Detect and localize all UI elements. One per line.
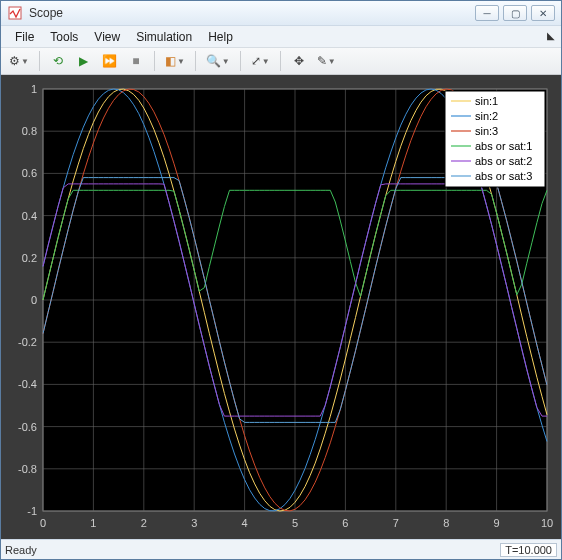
measure-icon: ✥ <box>294 54 304 68</box>
svg-text:abs or sat:1: abs or sat:1 <box>475 140 532 152</box>
svg-text:-1: -1 <box>27 505 37 517</box>
trigger-icon: ◧ <box>165 54 176 68</box>
svg-text:-0.4: -0.4 <box>18 379 37 391</box>
svg-text:0: 0 <box>31 294 37 306</box>
undock-icon[interactable]: ◣ <box>547 30 555 41</box>
svg-text:abs or sat:2: abs or sat:2 <box>475 155 532 167</box>
sim-time: T=10.000 <box>500 543 557 557</box>
stop-icon: ■ <box>132 54 139 68</box>
svg-text:4: 4 <box>242 517 248 529</box>
svg-text:7: 7 <box>393 517 399 529</box>
statusbar: Ready T=10.000 <box>1 539 561 559</box>
step-back-button[interactable]: ⟲ <box>46 50 70 72</box>
svg-text:sin:3: sin:3 <box>475 125 498 137</box>
separator <box>154 51 155 71</box>
measure-button[interactable]: ✥ <box>287 50 311 72</box>
close-button[interactable]: ✕ <box>531 5 555 21</box>
menu-view[interactable]: View <box>86 27 128 47</box>
svg-text:-0.2: -0.2 <box>18 337 37 349</box>
menubar: File Tools View Simulation Help ◣ <box>1 26 561 48</box>
svg-text:-0.8: -0.8 <box>18 463 37 475</box>
svg-text:1: 1 <box>90 517 96 529</box>
svg-text:0.4: 0.4 <box>22 210 37 222</box>
svg-text:8: 8 <box>443 517 449 529</box>
minimize-button[interactable]: ─ <box>475 5 499 21</box>
menu-help[interactable]: Help <box>200 27 241 47</box>
toolbar: ⚙▼ ⟲ ▶ ⏩ ■ ◧▼ 🔍▼ ⤢▼ ✥ ✎▼ <box>1 48 561 75</box>
play-icon: ▶ <box>79 54 88 68</box>
plot-area[interactable]: 012345678910-1-0.8-0.6-0.4-0.200.20.40.6… <box>1 75 561 539</box>
status-text: Ready <box>5 544 500 556</box>
window-controls: ─ ▢ ✕ <box>475 5 555 21</box>
configure-button[interactable]: ⚙▼ <box>5 50 33 72</box>
app-logo-icon <box>7 5 23 21</box>
svg-text:abs or sat:3: abs or sat:3 <box>475 170 532 182</box>
maximize-button[interactable]: ▢ <box>503 5 527 21</box>
svg-text:6: 6 <box>342 517 348 529</box>
svg-text:1: 1 <box>31 83 37 95</box>
titlebar[interactable]: Scope ─ ▢ ✕ <box>1 1 561 26</box>
svg-text:-0.6: -0.6 <box>18 421 37 433</box>
gear-icon: ⚙ <box>9 54 20 68</box>
svg-text:9: 9 <box>494 517 500 529</box>
scope-window: Scope ─ ▢ ✕ File Tools View Simulation H… <box>0 0 562 560</box>
annotate-icon: ✎ <box>317 54 327 68</box>
window-title: Scope <box>29 6 475 20</box>
svg-text:10: 10 <box>541 517 553 529</box>
svg-text:0: 0 <box>40 517 46 529</box>
autoscale-icon: ⤢ <box>251 54 261 68</box>
separator <box>39 51 40 71</box>
annotate-button[interactable]: ✎▼ <box>313 50 340 72</box>
trigger-button[interactable]: ◧▼ <box>161 50 189 72</box>
svg-text:0.8: 0.8 <box>22 126 37 138</box>
zoom-icon: 🔍 <box>206 54 221 68</box>
step-forward-icon: ⏩ <box>102 54 117 68</box>
svg-text:2: 2 <box>141 517 147 529</box>
menu-tools[interactable]: Tools <box>42 27 86 47</box>
svg-text:3: 3 <box>191 517 197 529</box>
svg-text:sin:1: sin:1 <box>475 95 498 107</box>
svg-text:sin:2: sin:2 <box>475 110 498 122</box>
stop-button[interactable]: ■ <box>124 50 148 72</box>
scope-chart[interactable]: 012345678910-1-0.8-0.6-0.4-0.200.20.40.6… <box>7 81 555 533</box>
menu-file[interactable]: File <box>7 27 42 47</box>
step-back-icon: ⟲ <box>53 54 63 68</box>
separator <box>240 51 241 71</box>
separator <box>195 51 196 71</box>
svg-text:0.6: 0.6 <box>22 168 37 180</box>
zoom-button[interactable]: 🔍▼ <box>202 50 234 72</box>
separator <box>280 51 281 71</box>
menu-simulation[interactable]: Simulation <box>128 27 200 47</box>
autoscale-button[interactable]: ⤢▼ <box>247 50 274 72</box>
svg-text:0.2: 0.2 <box>22 252 37 264</box>
svg-text:5: 5 <box>292 517 298 529</box>
step-forward-button[interactable]: ⏩ <box>98 50 122 72</box>
run-button[interactable]: ▶ <box>72 50 96 72</box>
